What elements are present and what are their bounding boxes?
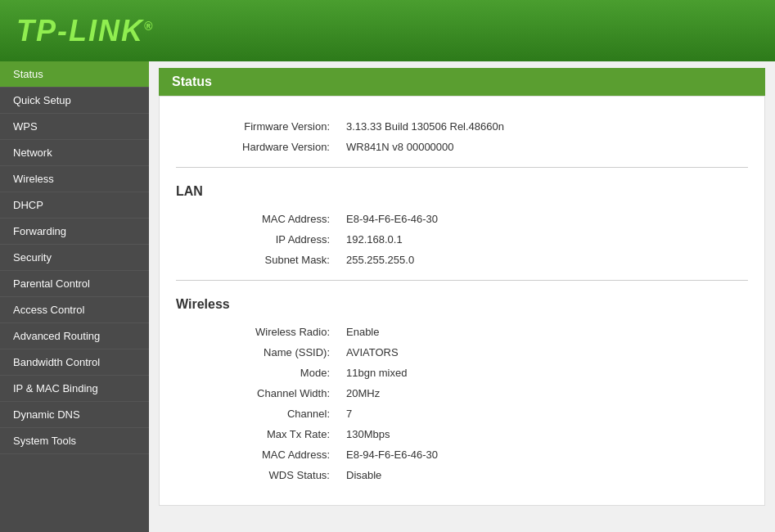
- sidebar-item-quick-setup[interactable]: Quick Setup: [0, 88, 149, 114]
- wireless-ssid-value: AVIATORS: [340, 342, 748, 363]
- wireless-heading: Wireless: [176, 291, 748, 315]
- lan-mac-label: MAC Address:: [176, 209, 340, 229]
- lan-ip-label: IP Address:: [176, 229, 340, 250]
- wireless-radio-label: Wireless Radio:: [176, 322, 340, 342]
- lan-mac-value: E8-94-F6-E6-46-30: [340, 209, 748, 229]
- sidebar-item-parental-control[interactable]: Parental Control: [0, 271, 149, 297]
- wireless-wds-label: WDS Status:: [176, 465, 340, 485]
- sidebar-item-access-control[interactable]: Access Control: [0, 297, 149, 323]
- sidebar-item-ip-mac-binding[interactable]: IP & MAC Binding: [0, 376, 149, 402]
- wireless-max-tx-label: Max Tx Rate:: [176, 424, 340, 444]
- wireless-channel-label: Channel:: [176, 404, 340, 424]
- wireless-info-table: Wireless Radio: Enable Name (SSID): AVIA…: [176, 322, 748, 485]
- content-area: Firmware Version: 3.13.33 Build 130506 R…: [159, 96, 765, 506]
- wireless-wds-value: Disable: [340, 465, 748, 485]
- logo-mark: ®: [144, 20, 154, 33]
- divider-1: [176, 167, 748, 168]
- main-content: Status Firmware Version: 3.13.33 Build 1…: [149, 61, 775, 532]
- page-title: Status: [172, 74, 212, 88]
- logo: TP-LINK®: [16, 14, 154, 48]
- sidebar-item-wps[interactable]: WPS: [0, 114, 149, 140]
- wireless-channel-value: 7: [340, 404, 748, 424]
- wireless-ssid-label: Name (SSID):: [176, 342, 340, 363]
- header: TP-LINK®: [0, 0, 775, 61]
- sidebar-item-advanced-routing[interactable]: Advanced Routing: [0, 323, 149, 349]
- firmware-info-table: Firmware Version: 3.13.33 Build 130506 R…: [176, 116, 748, 157]
- wireless-channel-width-value: 20MHz: [340, 383, 748, 404]
- sidebar-item-system-tools[interactable]: System Tools: [0, 428, 149, 454]
- wireless-max-tx-value: 130Mbps: [340, 424, 748, 444]
- hardware-value: WR841N v8 00000000: [340, 137, 748, 157]
- sidebar-item-forwarding[interactable]: Forwarding: [0, 219, 149, 245]
- sidebar-item-dhcp[interactable]: DHCP: [0, 192, 149, 219]
- wireless-radio-value: Enable: [340, 322, 748, 342]
- sidebar: StatusQuick SetupWPSNetworkWirelessDHCPF…: [0, 61, 149, 532]
- lan-info-table: MAC Address: E8-94-F6-E6-46-30 IP Addres…: [176, 209, 748, 270]
- lan-subnet-label: Subnet Mask:: [176, 250, 340, 270]
- wireless-mode-label: Mode:: [176, 363, 340, 383]
- sidebar-item-bandwidth-control[interactable]: Bandwidth Control: [0, 349, 149, 376]
- lan-subnet-value: 255.255.255.0: [340, 250, 748, 270]
- sidebar-item-network[interactable]: Network: [0, 140, 149, 166]
- sidebar-item-dynamic-dns[interactable]: Dynamic DNS: [0, 402, 149, 428]
- sidebar-item-security[interactable]: Security: [0, 245, 149, 271]
- hardware-label: Hardware Version:: [176, 137, 340, 157]
- firmware-label: Firmware Version:: [176, 116, 340, 137]
- page-title-bar: Status: [159, 68, 765, 96]
- wireless-mode-value: 11bgn mixed: [340, 363, 748, 383]
- wireless-channel-width-label: Channel Width:: [176, 383, 340, 404]
- lan-ip-value: 192.168.0.1: [340, 229, 748, 250]
- logo-text: TP-LINK: [16, 14, 144, 47]
- firmware-value: 3.13.33 Build 130506 Rel.48660n: [340, 116, 748, 137]
- layout: StatusQuick SetupWPSNetworkWirelessDHCPF…: [0, 61, 775, 532]
- sidebar-item-status[interactable]: Status: [0, 61, 149, 88]
- divider-2: [176, 280, 748, 281]
- lan-heading: LAN: [176, 178, 748, 202]
- sidebar-item-wireless[interactable]: Wireless: [0, 166, 149, 192]
- wireless-mac-label: MAC Address:: [176, 444, 340, 465]
- wireless-mac-value: E8-94-F6-E6-46-30: [340, 444, 748, 465]
